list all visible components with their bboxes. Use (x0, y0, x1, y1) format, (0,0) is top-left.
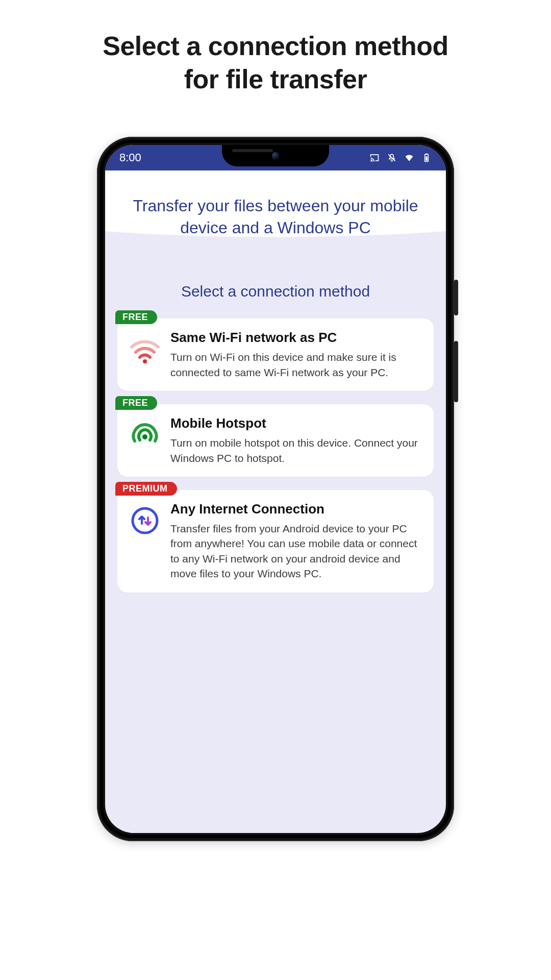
svg-point-7 (133, 508, 157, 533)
phone-side-button-power (454, 280, 458, 315)
card-description: Turn on Wi-Fi on this device and make su… (170, 350, 422, 380)
battery-icon (421, 153, 432, 163)
badge-free: FREE (115, 396, 157, 410)
hotspot-icon (129, 419, 161, 451)
page-title-line1: Select a connection method (103, 31, 448, 61)
card-description: Turn on mobile hotspot on this device. C… (170, 435, 422, 465)
card-title: Mobile Hotspot (170, 415, 422, 431)
connection-method-list: FREE Same Wi-Fi network as PC Turn on Wi… (105, 318, 446, 592)
badge-premium: PREMIUM (115, 482, 177, 496)
transfer-arrows-icon (129, 504, 161, 537)
connection-card-wifi[interactable]: FREE Same Wi-Fi network as PC Turn on Wi… (117, 318, 434, 391)
cast-icon (369, 153, 380, 163)
wifi-icon (404, 153, 414, 163)
app-header: Transfer your files between your mobile … (105, 170, 446, 270)
svg-point-6 (142, 434, 147, 439)
card-title: Any Internet Connection (170, 501, 422, 517)
status-time: 8:00 (119, 151, 141, 164)
app-header-text: Transfer your files between your mobile … (120, 195, 431, 239)
page-title-line2: for file transfer (184, 64, 367, 94)
card-description: Transfer files from your Android device … (170, 521, 422, 581)
front-camera-icon (272, 152, 279, 159)
svg-rect-4 (425, 157, 427, 161)
svg-point-5 (143, 359, 147, 363)
svg-point-0 (370, 161, 371, 162)
badge-free: FREE (115, 310, 157, 324)
card-title: Same Wi-Fi network as PC (170, 330, 422, 346)
svg-line-1 (388, 154, 395, 161)
wifi-network-icon (129, 333, 161, 365)
connection-card-hotspot[interactable]: FREE Mobile Hotspot Turn on mobile hotsp… (117, 404, 434, 477)
card-body: Any Internet Connection Transfer files f… (170, 501, 422, 581)
mute-icon (387, 153, 397, 163)
svg-rect-3 (425, 154, 427, 155)
section-title: Select a connection method (105, 283, 446, 300)
card-body: Same Wi-Fi network as PC Turn on Wi-Fi o… (170, 330, 422, 380)
connection-card-any-internet[interactable]: PREMIUM Any (117, 490, 434, 593)
page-title: Select a connection method for file tran… (103, 30, 448, 96)
card-body: Mobile Hotspot Turn on mobile hotspot on… (170, 415, 422, 465)
phone-screen: 8:00 (105, 145, 446, 833)
phone-notch (222, 145, 329, 166)
phone-mockup-frame: 8:00 (97, 137, 454, 841)
phone-side-button-volume (454, 341, 458, 402)
status-icons (369, 153, 432, 163)
